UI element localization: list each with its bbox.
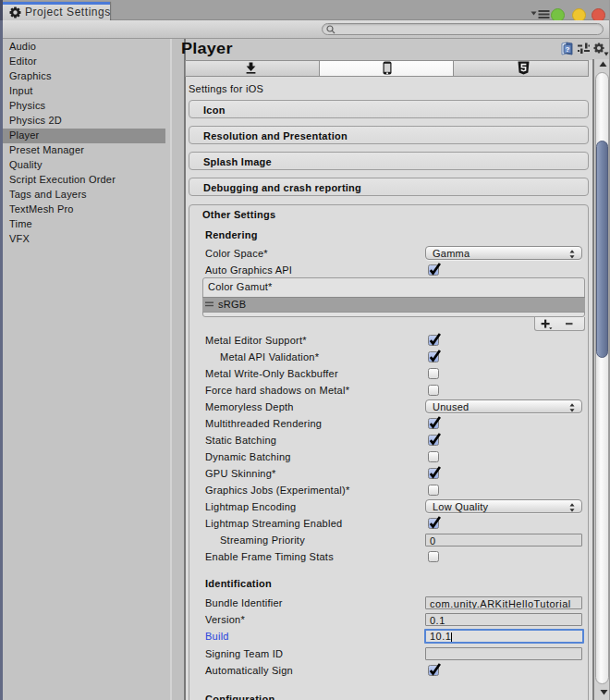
svg-text:?: ?	[566, 45, 570, 54]
